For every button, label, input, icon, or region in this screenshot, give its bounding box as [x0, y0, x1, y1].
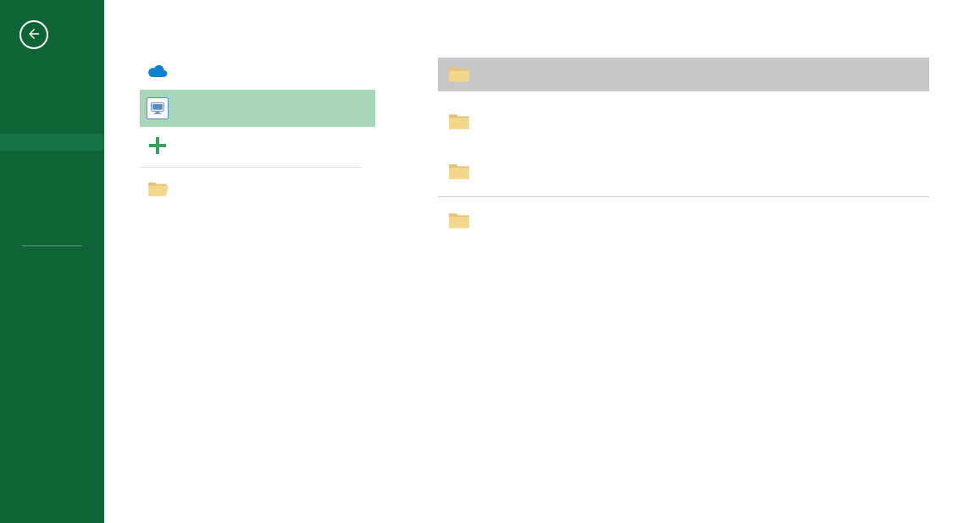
- svg-rect-1: [152, 104, 163, 110]
- nav-info[interactable]: [0, 66, 104, 83]
- content-area: [104, 0, 980, 523]
- nav-share[interactable]: [0, 168, 104, 184]
- nav-close[interactable]: [0, 218, 104, 235]
- backstage-sidebar: [0, 0, 104, 523]
- folders-panel: [438, 52, 980, 238]
- nav-open[interactable]: [0, 100, 104, 117]
- onedrive-icon: [147, 60, 169, 82]
- svg-rect-5: [149, 144, 166, 147]
- folder-desktop-current[interactable]: [438, 58, 929, 91]
- folder-icon: [448, 212, 470, 230]
- nav-print[interactable]: [0, 151, 104, 168]
- nav-publish[interactable]: [0, 201, 104, 218]
- location-add-place[interactable]: [140, 127, 407, 164]
- folder-new-folder[interactable]: [438, 152, 929, 191]
- nav-options[interactable]: [0, 273, 104, 290]
- browse-folder-icon: [147, 178, 169, 200]
- nav-save-as[interactable]: [0, 134, 104, 151]
- nav-new[interactable]: [0, 83, 104, 100]
- section-divider: [438, 196, 929, 197]
- svg-rect-2: [156, 112, 160, 113]
- location-onedrive[interactable]: [140, 52, 407, 90]
- folder-icon: [448, 65, 470, 84]
- nav-account[interactable]: [0, 256, 104, 273]
- back-arrow-icon: [26, 26, 42, 44]
- location-this-pc[interactable]: [140, 90, 375, 127]
- folder-desktop-today[interactable]: [438, 105, 929, 139]
- location-browse[interactable]: [140, 170, 407, 207]
- nav-export[interactable]: [0, 184, 104, 201]
- folder-icon: [448, 113, 470, 131]
- locations-panel: [140, 52, 407, 238]
- back-button[interactable]: [19, 20, 48, 49]
- add-place-icon: [147, 135, 169, 157]
- svg-rect-3: [154, 113, 161, 114]
- folder-documents[interactable]: [438, 204, 929, 238]
- folder-icon: [448, 162, 470, 181]
- location-divider: [140, 167, 362, 168]
- this-pc-icon: [147, 97, 169, 119]
- nav-save[interactable]: [0, 117, 104, 134]
- nav-divider: [22, 245, 82, 246]
